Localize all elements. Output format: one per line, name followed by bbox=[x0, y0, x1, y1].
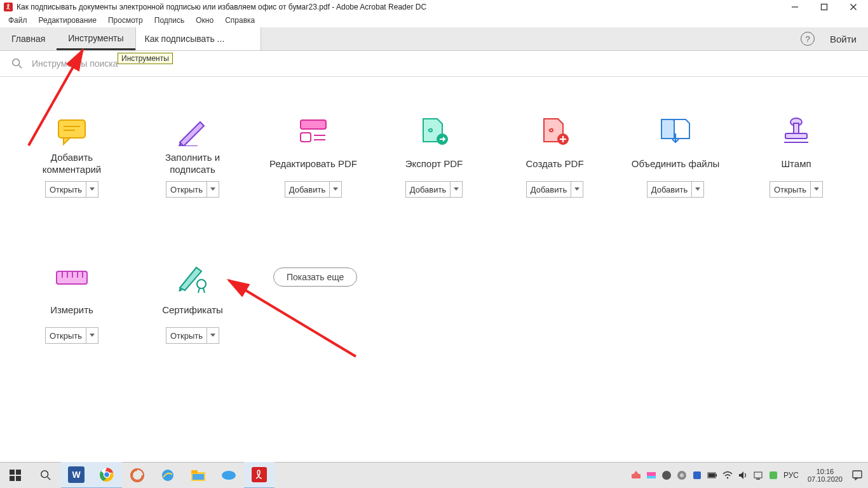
export-pdf-icon bbox=[414, 115, 454, 148]
svg-text:W: W bbox=[72, 470, 81, 480]
svg-line-30 bbox=[29, 50, 83, 146]
svg-rect-64 bbox=[770, 471, 777, 479]
annotation-arrow-tools bbox=[19, 44, 121, 152]
menu-file[interactable]: Файл bbox=[3, 16, 33, 25]
svg-point-5 bbox=[13, 59, 20, 66]
svg-line-37 bbox=[48, 477, 51, 480]
menu-help[interactable]: Справка bbox=[219, 16, 261, 25]
taskbar-chrome[interactable] bbox=[92, 462, 122, 488]
svg-point-36 bbox=[41, 471, 48, 478]
language-indicator[interactable]: РУС bbox=[783, 471, 799, 480]
tool-label: Измерить bbox=[50, 297, 93, 323]
chevron-down-icon[interactable] bbox=[329, 182, 341, 197]
svg-rect-21 bbox=[785, 133, 807, 139]
svg-rect-33 bbox=[16, 470, 21, 475]
signin-button[interactable]: Войти bbox=[830, 34, 857, 44]
tool-measure[interactable]: Измерить Открыть bbox=[11, 261, 132, 344]
tray-battery-icon[interactable] bbox=[707, 470, 717, 480]
tray-icon[interactable] bbox=[661, 470, 672, 480]
chevron-down-icon[interactable] bbox=[86, 182, 98, 197]
chevron-down-icon[interactable] bbox=[571, 182, 583, 197]
chevron-down-icon[interactable] bbox=[810, 182, 822, 197]
taskbar-ie[interactable] bbox=[153, 463, 183, 488]
tools-area: Добавить комментарий Открыть Заполнить и… bbox=[0, 77, 868, 344]
window-controls bbox=[780, 1, 868, 13]
minimize-button[interactable] bbox=[780, 1, 810, 13]
tool-stamp[interactable]: Штамп Открыть bbox=[736, 115, 857, 198]
menu-sign[interactable]: Подпись bbox=[149, 16, 191, 25]
svg-point-45 bbox=[162, 470, 173, 481]
tool-add-button[interactable]: Добавить bbox=[647, 181, 704, 198]
chevron-down-icon[interactable] bbox=[207, 328, 219, 343]
taskbar: W РУС 10:16 07.10.2020 bbox=[0, 462, 868, 488]
tray-icon[interactable] bbox=[677, 470, 687, 480]
tool-open-button[interactable]: Открыть bbox=[166, 327, 219, 344]
tool-open-button[interactable]: Открыть bbox=[45, 327, 98, 344]
tool-label: Экспорт PDF bbox=[405, 151, 463, 177]
tool-export-pdf[interactable]: Экспорт PDF Добавить bbox=[374, 115, 494, 198]
svg-point-49 bbox=[222, 471, 236, 480]
tab-document[interactable]: Как подписывать ... bbox=[135, 27, 261, 50]
window-title: Как подписывать документы электронной по… bbox=[17, 3, 780, 11]
tray-icon[interactable] bbox=[753, 470, 763, 480]
maximize-button[interactable] bbox=[810, 1, 839, 13]
tool-label: Добавить комментарий bbox=[43, 151, 101, 177]
taskbar-acrobat[interactable] bbox=[244, 462, 275, 488]
tool-add-button[interactable]: Добавить bbox=[526, 181, 583, 198]
tool-label: Создать PDF bbox=[526, 151, 583, 177]
tool-open-button[interactable]: Открыть bbox=[770, 181, 823, 198]
taskbar-word[interactable]: W bbox=[61, 462, 92, 488]
tray-icon[interactable] bbox=[692, 470, 702, 480]
tool-open-button[interactable]: Открыть bbox=[166, 181, 219, 198]
pen-icon bbox=[172, 115, 213, 148]
taskbar-app-c[interactable] bbox=[122, 463, 153, 488]
tray-icon[interactable] bbox=[646, 470, 656, 480]
tool-add-button[interactable]: Добавить bbox=[405, 181, 463, 198]
system-tray: РУС 10:16 07.10.2020 bbox=[631, 468, 868, 483]
edit-pdf-icon bbox=[293, 115, 334, 148]
action-center-icon[interactable] bbox=[851, 470, 863, 481]
help-icon[interactable]: ? bbox=[801, 32, 815, 46]
svg-rect-47 bbox=[191, 470, 198, 473]
menubar: Файл Редактирование Просмотр Подпись Окн… bbox=[0, 13, 868, 27]
taskbar-explorer[interactable] bbox=[183, 463, 214, 488]
menu-window[interactable]: Окно bbox=[190, 16, 219, 25]
tray-wifi-icon[interactable] bbox=[722, 470, 733, 480]
tray-clock[interactable]: 10:16 07.10.2020 bbox=[804, 468, 846, 483]
ruler-icon bbox=[51, 261, 92, 294]
svg-rect-65 bbox=[853, 471, 862, 478]
tray-volume-icon[interactable] bbox=[738, 470, 748, 480]
svg-point-61 bbox=[727, 477, 729, 479]
tray-icon[interactable] bbox=[631, 470, 641, 480]
tray-icon[interactable] bbox=[768, 470, 778, 480]
tool-create-pdf[interactable]: Создать PDF Добавить bbox=[494, 115, 615, 198]
tabrow: Главная Инструменты Как подписывать ... … bbox=[0, 27, 868, 51]
chevron-down-icon[interactable] bbox=[86, 328, 98, 343]
svg-rect-11 bbox=[301, 120, 326, 129]
tool-combine[interactable]: Объединить файлы Добавить bbox=[615, 115, 736, 198]
menu-view[interactable]: Просмотр bbox=[102, 16, 149, 25]
tool-label: Редактировать PDF bbox=[269, 151, 357, 177]
chevron-down-icon[interactable] bbox=[207, 182, 219, 197]
chevron-down-icon[interactable] bbox=[450, 182, 462, 197]
taskbar-app-blue[interactable] bbox=[214, 463, 244, 488]
svg-rect-62 bbox=[754, 472, 762, 478]
tooltip-tools: Инструменты bbox=[118, 53, 173, 64]
tool-fill-sign[interactable]: Заполнить и подписать Открыть bbox=[132, 115, 253, 198]
start-button[interactable] bbox=[0, 463, 31, 488]
menu-edit[interactable]: Редактирование bbox=[33, 16, 102, 25]
tool-open-button[interactable]: Открыть bbox=[45, 181, 98, 198]
tool-edit-pdf[interactable]: Редактировать PDF Добавить bbox=[253, 115, 374, 198]
svg-rect-35 bbox=[16, 476, 21, 481]
taskbar-search[interactable] bbox=[31, 463, 61, 488]
titlebar: Как подписывать документы электронной по… bbox=[0, 0, 868, 13]
close-button[interactable] bbox=[839, 1, 868, 13]
tool-label: Штамп bbox=[781, 151, 811, 177]
chevron-down-icon[interactable] bbox=[691, 182, 703, 197]
stamp-icon bbox=[776, 115, 817, 148]
svg-rect-20 bbox=[794, 123, 799, 133]
svg-rect-53 bbox=[647, 476, 656, 478]
annotation-arrow-certificates bbox=[222, 274, 362, 363]
tool-add-button[interactable]: Добавить bbox=[285, 181, 342, 198]
tool-label: Объединить файлы bbox=[632, 151, 719, 177]
